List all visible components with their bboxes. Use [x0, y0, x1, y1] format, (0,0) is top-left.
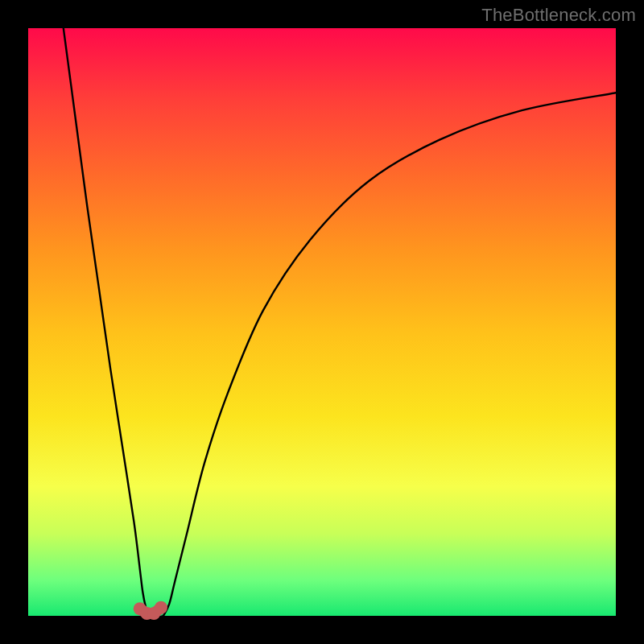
plot-area [28, 28, 616, 616]
curve-layer [28, 28, 616, 616]
series-right-curve [163, 93, 616, 616]
series-left-curve [64, 28, 149, 616]
watermark-text: TheBottleneck.com [481, 5, 636, 26]
highlight-marker [155, 601, 167, 614]
chart-frame: TheBottleneck.com [0, 0, 644, 644]
